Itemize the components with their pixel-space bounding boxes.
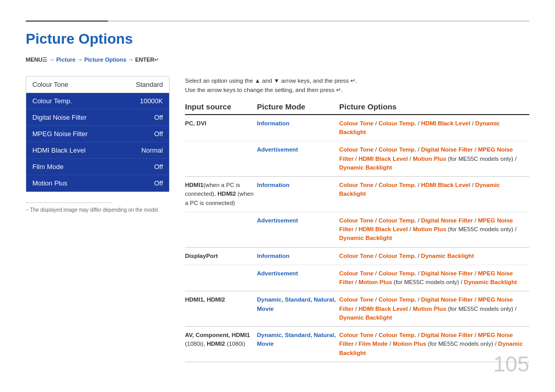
mode-av-component: Dynamic, Standard, Natural, Movie [257, 327, 339, 362]
sub-row-hdmi1-hdmi2: HDMI1, HDMI2 Dynamic, Standard, Natural,… [185, 291, 529, 326]
menu-list: Colour Tone Standard Colour Temp. 10000K… [26, 76, 170, 192]
menu-item-hdmi-black[interactable]: HDMI Black Level Normal [26, 142, 169, 159]
menu-value-colour-temp: 10000K [140, 97, 163, 105]
sub-row-hdmi-pc-advert: Advertisement Colour Tone / Colour Temp.… [185, 212, 529, 247]
menu-value-digital-noise: Off [154, 114, 163, 121]
breadcrumb-enter: ENTER↵ [135, 57, 159, 63]
right-panel: Select an option using the ▲ and ▼ arrow… [185, 76, 529, 362]
table-section-hdmi-pc: HDMI1(when a PC is connected), HDMI2 (wh… [185, 177, 529, 248]
table-body: PC, DVI Information Colour Tone / Colour… [185, 115, 529, 362]
menu-label-colour-temp: Colour Temp. [32, 97, 72, 105]
menu-item-colour-tone[interactable]: Colour Tone Standard [26, 77, 169, 93]
page-number: 105 [493, 352, 529, 377]
options-dp-info: Colour Tone / Colour Temp. / Dynamic Bac… [339, 248, 529, 265]
sub-row-hdmi-pc-info: HDMI1(when a PC is connected), HDMI2 (wh… [185, 177, 529, 212]
input-hdmi-pc: HDMI1(when a PC is connected), HDMI2 (wh… [185, 177, 257, 212]
col-head-mode: Picture Mode [257, 102, 339, 111]
breadcrumb-picture-options: Picture Options [84, 57, 126, 63]
menu-item-digital-noise[interactable]: Digital Noise Filter Off [26, 109, 169, 126]
breadcrumb-picture: Picture [57, 57, 76, 63]
page-container: Picture Options MENU☰ → Picture → Pictur… [0, 0, 555, 392]
menu-label-motion-plus: Motion Plus [32, 179, 67, 187]
mode-pc-dvi-info: Information [257, 115, 339, 141]
content-layout: Colour Tone Standard Colour Temp. 10000K… [26, 76, 529, 362]
table-container: Input source Picture Mode Picture Option… [185, 102, 529, 362]
left-panel: Colour Tone Standard Colour Temp. 10000K… [26, 76, 170, 362]
table-section-pc-dvi: PC, DVI Information Colour Tone / Colour… [185, 115, 529, 177]
menu-item-film-mode[interactable]: Film Mode Off [26, 159, 169, 175]
instruction-line1: Select an option using the ▲ and ▼ arrow… [185, 76, 529, 85]
menu-item-colour-temp[interactable]: Colour Temp. 10000K [26, 93, 169, 109]
menu-label-digital-noise: Digital Noise Filter [32, 114, 86, 121]
instructions: Select an option using the ▲ and ▼ arrow… [185, 76, 529, 95]
options-hdmi-pc-advert: Colour Tone / Colour Temp. / Digital Noi… [339, 212, 529, 247]
input-av-component: AV, Component, HDMI1 (1080i), HDMI2 (108… [185, 327, 257, 362]
col-head-input: Input source [185, 102, 257, 111]
menu-label-mpeg-noise: MPEG Noise Filter [32, 130, 88, 138]
footnote-divider [26, 202, 112, 203]
footnote: The displayed image may differ depending… [26, 207, 170, 213]
input-dp-empty [185, 265, 257, 291]
table-section-av-component: AV, Component, HDMI1 (1080i), HDMI2 (108… [185, 327, 529, 362]
options-pc-dvi-advert: Colour Tone / Colour Temp. / Digital Noi… [339, 141, 529, 176]
menu-item-motion-plus[interactable]: Motion Plus Off [26, 175, 169, 192]
mode-pc-dvi-advert: Advertisement [257, 141, 339, 176]
sub-row-av-component: AV, Component, HDMI1 (1080i), HDMI2 (108… [185, 327, 529, 362]
input-pc-dvi-empty [185, 141, 257, 176]
menu-value-mpeg-noise: Off [154, 130, 163, 138]
input-hdmi-pc-empty [185, 212, 257, 247]
options-pc-dvi-info: Colour Tone / Colour Temp. / HDMI Black … [339, 115, 529, 141]
options-dp-advert: Colour Tone / Colour Temp. / Digital Noi… [339, 265, 529, 291]
col-head-options: Picture Options [339, 102, 529, 111]
mode-hdmi-pc-info: Information [257, 177, 339, 212]
breadcrumb-menu: MENU☰ [26, 57, 47, 63]
menu-label-hdmi-black: HDMI Black Level [32, 146, 85, 154]
menu-value-hdmi-black: Normal [141, 146, 163, 154]
menu-label-colour-tone: Colour Tone [32, 81, 68, 88]
top-rule [26, 21, 529, 22]
input-dp: DisplayPort [185, 248, 257, 265]
options-hdmi-pc-info: Colour Tone / Colour Temp. / HDMI Black … [339, 177, 529, 212]
menu-value-colour-tone: Standard [136, 81, 163, 88]
menu-item-mpeg-noise[interactable]: MPEG Noise Filter Off [26, 126, 169, 142]
table-section-displayport: DisplayPort Information Colour Tone / Co… [185, 248, 529, 292]
breadcrumb: MENU☰ → Picture → Picture Options → ENTE… [26, 57, 529, 63]
page-title: Picture Options [26, 31, 529, 47]
mode-hdmi-pc-advert: Advertisement [257, 212, 339, 247]
mode-dp-info: Information [257, 248, 339, 265]
sub-row-dp-info: DisplayPort Information Colour Tone / Co… [185, 248, 529, 265]
sub-row-dp-advert: Advertisement Colour Tone / Colour Temp.… [185, 265, 529, 291]
menu-value-motion-plus: Off [154, 179, 163, 187]
sub-row-pc-dvi-info: PC, DVI Information Colour Tone / Colour… [185, 115, 529, 141]
instruction-line2: Use the arrow keys to change the setting… [185, 85, 529, 95]
input-hdmi1-hdmi2: HDMI1, HDMI2 [185, 291, 257, 326]
menu-label-film-mode: Film Mode [32, 163, 64, 171]
input-pc-dvi: PC, DVI [185, 115, 257, 141]
menu-value-film-mode: Off [154, 163, 163, 171]
mode-dp-advert: Advertisement [257, 265, 339, 291]
sub-row-pc-dvi-advert: Advertisement Colour Tone / Colour Temp.… [185, 141, 529, 176]
table-header: Input source Picture Mode Picture Option… [185, 102, 529, 115]
table-section-hdmi1-hdmi2: HDMI1, HDMI2 Dynamic, Standard, Natural,… [185, 291, 529, 327]
options-hdmi1-hdmi2: Colour Tone / Colour Temp. / Digital Noi… [339, 291, 529, 326]
mode-hdmi1-hdmi2: Dynamic, Standard, Natural, Movie [257, 291, 339, 326]
